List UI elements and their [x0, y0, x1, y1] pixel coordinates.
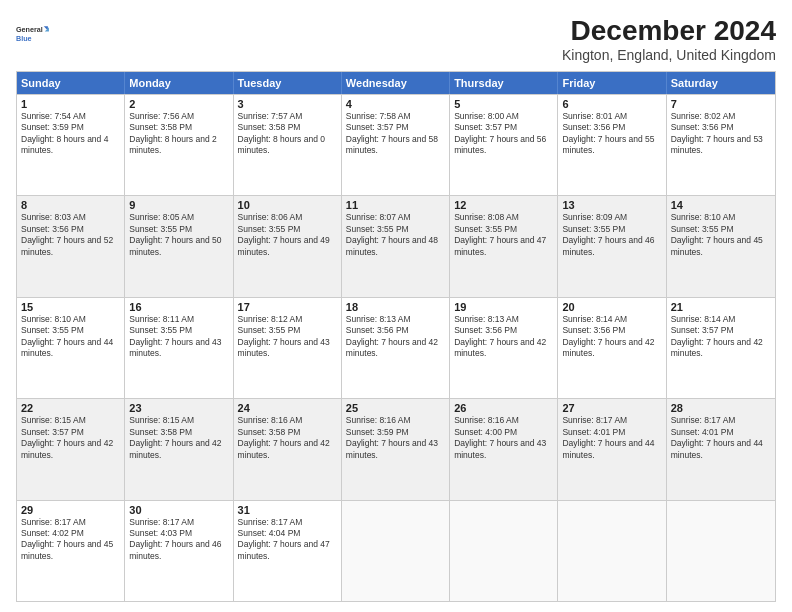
subtitle: Kington, England, United Kingdom: [562, 47, 776, 63]
cell-line: Sunrise: 8:08 AM: [454, 212, 553, 223]
cell-line: Daylight: 7 hours and 42 minutes.: [238, 438, 337, 461]
cell-line: Sunrise: 8:12 AM: [238, 314, 337, 325]
calendar-week: 1Sunrise: 7:54 AMSunset: 3:59 PMDaylight…: [17, 94, 775, 195]
calendar-header-cell: Wednesday: [342, 72, 450, 94]
logo: GeneralBlue: [16, 16, 52, 52]
cell-line: Sunrise: 8:09 AM: [562, 212, 661, 223]
calendar-cell: 15Sunrise: 8:10 AMSunset: 3:55 PMDayligh…: [17, 298, 125, 398]
cell-line: Sunset: 3:57 PM: [346, 122, 445, 133]
cell-line: Daylight: 7 hours and 52 minutes.: [21, 235, 120, 258]
cell-line: Sunrise: 8:17 AM: [238, 517, 337, 528]
calendar-cell: 16Sunrise: 8:11 AMSunset: 3:55 PMDayligh…: [125, 298, 233, 398]
cell-line: Sunset: 3:57 PM: [21, 427, 120, 438]
calendar-cell: 20Sunrise: 8:14 AMSunset: 3:56 PMDayligh…: [558, 298, 666, 398]
calendar-cell-empty: [342, 501, 450, 601]
cell-line: Sunrise: 7:54 AM: [21, 111, 120, 122]
cell-line: Daylight: 8 hours and 4 minutes.: [21, 134, 120, 157]
day-number: 11: [346, 199, 445, 211]
main-title: December 2024: [562, 16, 776, 47]
calendar-cell: 24Sunrise: 8:16 AMSunset: 3:58 PMDayligh…: [234, 399, 342, 499]
cell-line: Sunrise: 8:16 AM: [454, 415, 553, 426]
calendar-cell: 19Sunrise: 8:13 AMSunset: 3:56 PMDayligh…: [450, 298, 558, 398]
cell-line: Daylight: 7 hours and 43 minutes.: [129, 337, 228, 360]
cell-line: Sunrise: 8:10 AM: [21, 314, 120, 325]
day-number: 23: [129, 402, 228, 414]
calendar-cell: 1Sunrise: 7:54 AMSunset: 3:59 PMDaylight…: [17, 95, 125, 195]
cell-line: Sunrise: 8:17 AM: [671, 415, 771, 426]
calendar-cell: 9Sunrise: 8:05 AMSunset: 3:55 PMDaylight…: [125, 196, 233, 296]
header: GeneralBlue December 2024 Kington, Engla…: [16, 16, 776, 63]
cell-line: Sunset: 3:55 PM: [21, 325, 120, 336]
cell-line: Sunset: 3:55 PM: [562, 224, 661, 235]
cell-line: Sunrise: 8:10 AM: [671, 212, 771, 223]
calendar-cell: 10Sunrise: 8:06 AMSunset: 3:55 PMDayligh…: [234, 196, 342, 296]
cell-line: Sunrise: 8:13 AM: [454, 314, 553, 325]
calendar-cell: 14Sunrise: 8:10 AMSunset: 3:55 PMDayligh…: [667, 196, 775, 296]
cell-line: Sunset: 3:57 PM: [454, 122, 553, 133]
calendar-cell: 5Sunrise: 8:00 AMSunset: 3:57 PMDaylight…: [450, 95, 558, 195]
day-number: 17: [238, 301, 337, 313]
calendar-cell: 25Sunrise: 8:16 AMSunset: 3:59 PMDayligh…: [342, 399, 450, 499]
cell-line: Daylight: 7 hours and 58 minutes.: [346, 134, 445, 157]
cell-line: Sunset: 3:58 PM: [129, 122, 228, 133]
svg-text:Blue: Blue: [16, 34, 32, 43]
calendar-header-cell: Sunday: [17, 72, 125, 94]
cell-line: Sunset: 3:55 PM: [454, 224, 553, 235]
calendar-cell: 6Sunrise: 8:01 AMSunset: 3:56 PMDaylight…: [558, 95, 666, 195]
calendar-cell: 18Sunrise: 8:13 AMSunset: 3:56 PMDayligh…: [342, 298, 450, 398]
cell-line: Sunrise: 8:02 AM: [671, 111, 771, 122]
cell-line: Sunset: 3:55 PM: [129, 224, 228, 235]
cell-line: Daylight: 7 hours and 42 minutes.: [454, 337, 553, 360]
cell-line: Sunset: 3:56 PM: [346, 325, 445, 336]
cell-line: Sunrise: 8:15 AM: [21, 415, 120, 426]
cell-line: Sunrise: 8:14 AM: [671, 314, 771, 325]
calendar-header-cell: Monday: [125, 72, 233, 94]
cell-line: Daylight: 7 hours and 46 minutes.: [129, 539, 228, 562]
cell-line: Sunrise: 7:56 AM: [129, 111, 228, 122]
calendar-cell: 13Sunrise: 8:09 AMSunset: 3:55 PMDayligh…: [558, 196, 666, 296]
day-number: 20: [562, 301, 661, 313]
day-number: 4: [346, 98, 445, 110]
cell-line: Sunset: 3:58 PM: [238, 427, 337, 438]
calendar-cell: 30Sunrise: 8:17 AMSunset: 4:03 PMDayligh…: [125, 501, 233, 601]
calendar-cell: 26Sunrise: 8:16 AMSunset: 4:00 PMDayligh…: [450, 399, 558, 499]
cell-line: Sunset: 4:01 PM: [562, 427, 661, 438]
day-number: 7: [671, 98, 771, 110]
day-number: 16: [129, 301, 228, 313]
calendar-cell: 21Sunrise: 8:14 AMSunset: 3:57 PMDayligh…: [667, 298, 775, 398]
cell-line: Sunrise: 8:01 AM: [562, 111, 661, 122]
day-number: 14: [671, 199, 771, 211]
cell-line: Daylight: 8 hours and 2 minutes.: [129, 134, 228, 157]
day-number: 31: [238, 504, 337, 516]
cell-line: Daylight: 7 hours and 47 minutes.: [454, 235, 553, 258]
calendar-week: 22Sunrise: 8:15 AMSunset: 3:57 PMDayligh…: [17, 398, 775, 499]
cell-line: Sunrise: 8:17 AM: [562, 415, 661, 426]
cell-line: Sunset: 4:01 PM: [671, 427, 771, 438]
cell-line: Sunrise: 8:16 AM: [346, 415, 445, 426]
calendar-week: 15Sunrise: 8:10 AMSunset: 3:55 PMDayligh…: [17, 297, 775, 398]
cell-line: Daylight: 7 hours and 44 minutes.: [21, 337, 120, 360]
cell-line: Sunset: 3:56 PM: [671, 122, 771, 133]
calendar-cell: 28Sunrise: 8:17 AMSunset: 4:01 PMDayligh…: [667, 399, 775, 499]
cell-line: Sunset: 4:02 PM: [21, 528, 120, 539]
cell-line: Daylight: 7 hours and 49 minutes.: [238, 235, 337, 258]
cell-line: Daylight: 7 hours and 46 minutes.: [562, 235, 661, 258]
day-number: 25: [346, 402, 445, 414]
page: GeneralBlue December 2024 Kington, Engla…: [0, 0, 792, 612]
day-number: 13: [562, 199, 661, 211]
cell-line: Sunset: 3:55 PM: [129, 325, 228, 336]
calendar-body: 1Sunrise: 7:54 AMSunset: 3:59 PMDaylight…: [17, 94, 775, 601]
calendar-cell-empty: [450, 501, 558, 601]
cell-line: Sunrise: 8:05 AM: [129, 212, 228, 223]
calendar-header-cell: Tuesday: [234, 72, 342, 94]
cell-line: Sunrise: 8:06 AM: [238, 212, 337, 223]
day-number: 29: [21, 504, 120, 516]
cell-line: Daylight: 7 hours and 56 minutes.: [454, 134, 553, 157]
day-number: 6: [562, 98, 661, 110]
cell-line: Daylight: 7 hours and 45 minutes.: [671, 235, 771, 258]
day-number: 15: [21, 301, 120, 313]
day-number: 28: [671, 402, 771, 414]
day-number: 8: [21, 199, 120, 211]
cell-line: Daylight: 7 hours and 42 minutes.: [129, 438, 228, 461]
day-number: 3: [238, 98, 337, 110]
